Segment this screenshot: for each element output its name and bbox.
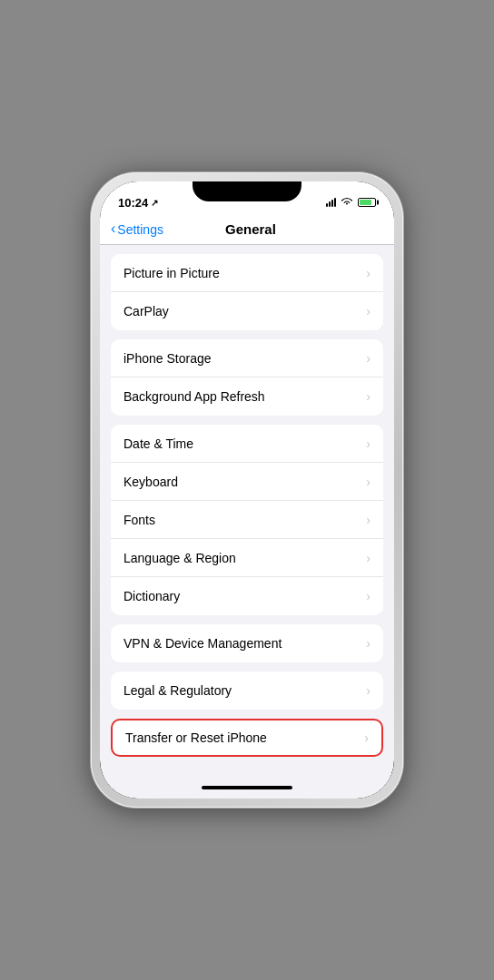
chevron-icon: › (366, 351, 370, 366)
chevron-icon: › (366, 304, 370, 318)
cell-group-1: Picture in Picture › CarPlay › (111, 254, 383, 330)
screen: 10:24 ↗ (100, 181, 394, 799)
list-item[interactable]: Fonts › (111, 501, 383, 539)
chevron-icon: › (366, 266, 370, 280)
section-transfer: Transfer or Reset iPhone › (100, 719, 394, 757)
list-item[interactable]: Dictionary › (111, 577, 383, 615)
cell-group-2: iPhone Storage › Background App Refresh … (111, 339, 383, 416)
chevron-icon: › (366, 475, 370, 489)
list-item[interactable]: Language & Region › (111, 539, 383, 577)
time-label: 10:24 (118, 196, 148, 210)
chevron-icon: › (366, 436, 370, 451)
cell-label-vpn: VPN & Device Management (124, 636, 366, 651)
list-item[interactable]: VPN & Device Management › (111, 624, 383, 662)
status-icons (326, 197, 376, 208)
transfer-reset-label: Transfer or Reset iPhone (125, 730, 364, 745)
section-1: Picture in Picture › CarPlay › (100, 254, 394, 330)
cell-group-3: Date & Time › Keyboard › Fonts › Langu (111, 425, 383, 615)
cell-label-background-app-refresh: Background App Refresh (124, 389, 366, 404)
section-2: iPhone Storage › Background App Refresh … (100, 339, 394, 416)
cell-label-legal: Legal & Regulatory (124, 683, 366, 698)
list-item[interactable]: Date & Time › (111, 425, 383, 463)
list-item[interactable]: Picture in Picture › (111, 254, 383, 292)
notch (193, 181, 301, 201)
nav-bar: ‹ Settings General (100, 216, 394, 245)
cell-label-dictionary: Dictionary (124, 589, 366, 603)
chevron-icon: › (366, 589, 370, 603)
page-title: General (163, 221, 338, 237)
list-item[interactable]: iPhone Storage › (111, 339, 383, 377)
phone-frame: 10:24 ↗ (91, 172, 403, 808)
home-bar (202, 786, 292, 789)
list-item[interactable]: Background App Refresh › (111, 377, 383, 416)
phone-inner: 10:24 ↗ (100, 181, 394, 799)
transfer-reset-cell[interactable]: Transfer or Reset iPhone › (111, 719, 383, 757)
section-4: VPN & Device Management › (100, 624, 394, 662)
cell-label-picture-in-picture: Picture in Picture (124, 266, 366, 280)
cell-group-4: VPN & Device Management › (111, 624, 383, 662)
chevron-icon: › (364, 730, 369, 745)
cell-label-date-time: Date & Time (124, 436, 366, 451)
list-item[interactable]: CarPlay › (111, 292, 383, 330)
cell-label-fonts: Fonts (124, 513, 366, 527)
section-3: Date & Time › Keyboard › Fonts › Langu (100, 425, 394, 615)
chevron-icon: › (366, 683, 370, 698)
battery-fill (360, 200, 371, 205)
back-label: Settings (117, 222, 163, 237)
chevron-icon: › (366, 389, 370, 404)
list-item[interactable]: Keyboard › (111, 463, 383, 501)
location-icon: ↗ (151, 198, 158, 208)
back-chevron-icon: ‹ (111, 220, 115, 237)
cell-label-keyboard: Keyboard (124, 475, 366, 489)
cell-group-5: Legal & Regulatory › (111, 671, 383, 710)
back-button[interactable]: ‹ Settings (111, 221, 163, 237)
section-5: Legal & Regulatory › (100, 671, 394, 710)
signal-icon (326, 198, 336, 207)
cell-label-language-region: Language & Region (124, 551, 366, 565)
chevron-icon: › (366, 513, 370, 527)
chevron-icon: › (366, 636, 370, 651)
home-indicator (100, 777, 394, 799)
shutdown-cell[interactable]: Shut Down (111, 766, 383, 777)
status-time: 10:24 ↗ (118, 196, 158, 210)
battery-icon (358, 198, 376, 207)
chevron-icon: › (366, 551, 370, 565)
scroll-content: Picture in Picture › CarPlay › iPhone St… (100, 245, 394, 777)
cell-label-carplay: CarPlay (124, 304, 366, 318)
cell-label-iphone-storage: iPhone Storage (124, 351, 366, 366)
wifi-icon (341, 197, 353, 208)
list-item[interactable]: Legal & Regulatory › (111, 671, 383, 710)
